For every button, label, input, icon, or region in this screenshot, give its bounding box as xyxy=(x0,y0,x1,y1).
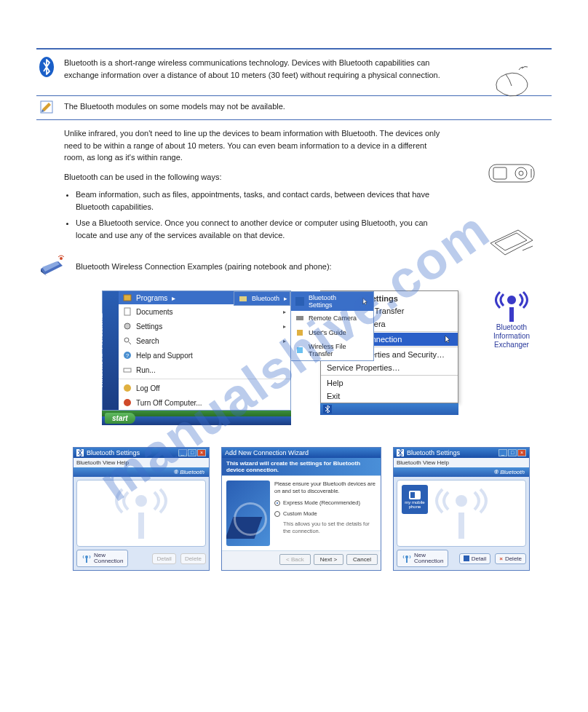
divider xyxy=(36,48,552,50)
paired-device-icon[interactable]: my mobile phone xyxy=(402,485,428,514)
detail-button[interactable]: Detail xyxy=(459,553,490,564)
book-icon xyxy=(295,328,304,337)
svg-text:?: ? xyxy=(126,352,130,359)
svg-point-3 xyxy=(519,171,523,175)
svg-point-11 xyxy=(124,338,129,342)
svg-rect-8 xyxy=(124,295,131,301)
submenu2-users-guide[interactable]: User's Guide xyxy=(291,325,373,340)
express-mode-option[interactable]: Express Mode (Recommended) xyxy=(274,499,376,507)
menu-item-help[interactable]: ? Help and Support xyxy=(119,348,290,363)
programs-icon xyxy=(123,293,132,302)
laptop-wireless-icon xyxy=(38,254,67,279)
custom-mode-option[interactable]: Custom Mode This allows you to set the d… xyxy=(274,510,376,534)
section2-text: The Bluetooth modules on some models may… xyxy=(64,100,442,113)
svg-rect-19 xyxy=(295,297,304,306)
svg-rect-22 xyxy=(297,347,303,353)
svg-rect-18 xyxy=(239,296,247,301)
delete-button: Delete xyxy=(180,553,206,564)
menu-item-settings[interactable]: Settings▸ xyxy=(119,319,290,333)
phone-icon xyxy=(486,159,537,188)
svg-rect-27 xyxy=(86,558,87,563)
submenu2-wft[interactable]: Wireless File Transfer xyxy=(291,340,373,360)
wizard-note: Please ensure your Bluetooth devices are… xyxy=(274,480,376,495)
next-button[interactable]: Next > xyxy=(314,554,343,565)
menubar[interactable]: Bluetooth View Help xyxy=(74,458,209,467)
divider xyxy=(36,95,552,96)
svg-rect-34 xyxy=(464,555,469,561)
add-connection-wizard: Add New Connection Wizard This wizard wi… xyxy=(221,447,381,571)
menu-item-documents[interactable]: Documents▸ xyxy=(119,304,290,319)
close-button[interactable]: × xyxy=(517,449,526,456)
window-title: Bluetooth Settings xyxy=(87,449,140,456)
svg-rect-20 xyxy=(296,316,303,320)
documents-icon xyxy=(123,307,132,316)
svg-line-5 xyxy=(523,246,533,250)
camera-icon xyxy=(295,314,304,323)
cm-exit[interactable]: Exit xyxy=(321,389,458,403)
logoff-icon xyxy=(123,384,132,392)
minimize-button[interactable]: _ xyxy=(178,449,187,456)
menu-item-turnoff[interactable]: Turn Off Computer... xyxy=(119,395,290,410)
divider xyxy=(36,119,552,120)
start-menu-screenshot: Windows XP Professional Programs ▸ Docum… xyxy=(102,290,291,425)
maximize-button[interactable]: □ xyxy=(188,449,196,456)
cm-svcprop[interactable]: Service Properties… xyxy=(321,361,458,374)
svg-line-12 xyxy=(129,342,131,344)
svg-rect-9 xyxy=(124,308,130,315)
bt-window-icon xyxy=(397,449,404,456)
section1-text: Bluetooth is a short-range wireless comm… xyxy=(64,57,442,81)
back-button: < Back xyxy=(279,554,311,565)
section3-p2: Bluetooth can be used in the following w… xyxy=(64,171,442,183)
section3-p1: Unlike infrared, you don't need to line … xyxy=(64,127,442,164)
antenna-watermark-icon xyxy=(112,488,170,539)
svg-point-25 xyxy=(135,495,147,507)
menubar[interactable]: Bluetooth View Help xyxy=(394,458,529,467)
submenu-bluetooth[interactable]: Bluetooth▸ xyxy=(234,292,290,305)
cm-help[interactable]: Help xyxy=(321,376,458,389)
wizard-title: Add New Connection Wizard xyxy=(222,448,381,458)
menu-item-logoff[interactable]: Log Off xyxy=(119,381,290,395)
svg-rect-21 xyxy=(297,330,303,336)
submenu2-remote-camera[interactable]: Remote Camera xyxy=(291,311,373,325)
bt-window-icon xyxy=(76,449,84,456)
bt-info-exchanger-label: Bluetooth Information Exchanger xyxy=(493,323,530,349)
right-device-icons: Bluetooth Information Exchanger xyxy=(479,64,544,349)
pda-icon xyxy=(486,224,537,261)
svg-point-29 xyxy=(456,495,467,507)
help-icon: ? xyxy=(123,351,132,360)
svg-rect-15 xyxy=(124,368,131,372)
bluetooth-tray-icon[interactable] xyxy=(323,405,332,414)
run-icon xyxy=(123,365,132,374)
menu-item-search[interactable]: Search▸ xyxy=(119,333,290,348)
brand-bar: ® Bluetooth xyxy=(74,467,209,477)
maximize-button[interactable]: □ xyxy=(508,449,517,456)
svg-point-17 xyxy=(124,399,131,406)
new-connection-button[interactable]: New Connection xyxy=(397,550,448,567)
new-connection-button[interactable]: New Connection xyxy=(76,550,128,567)
svg-rect-1 xyxy=(493,167,506,179)
brand-bar: ® Bluetooth xyxy=(394,467,529,477)
bt-settings-window-paired: Bluetooth Settings _ □ × Bluetooth View … xyxy=(393,447,530,571)
wizard-heading: This wizard will create the settings for… xyxy=(222,458,381,475)
detail-icon xyxy=(464,555,469,561)
bluetooth-icon xyxy=(39,57,54,77)
minimize-button[interactable]: _ xyxy=(498,449,507,456)
antenna-small-icon xyxy=(402,553,412,563)
section3-li2: Use a Bluetooth service. Once you connec… xyxy=(76,217,440,241)
section3-li1: Beam information, such as files, appoint… xyxy=(76,189,440,213)
detail-button: Detail xyxy=(152,553,175,564)
cancel-button[interactable]: Cancel xyxy=(346,554,378,565)
submenu2-bt-settings[interactable]: Bluetooth Settings xyxy=(291,292,373,311)
radio-selected-icon xyxy=(274,500,280,506)
mouse-icon xyxy=(490,64,533,100)
bt-settings-window-empty: Bluetooth Settings _ □ × Bluetooth View … xyxy=(73,447,210,571)
svg-rect-31 xyxy=(410,492,415,498)
svg-point-2 xyxy=(515,167,527,179)
note-icon xyxy=(40,100,53,114)
close-button[interactable]: × xyxy=(197,449,206,456)
delete-button[interactable]: × Delete xyxy=(495,553,526,564)
menu-item-run[interactable]: Run... xyxy=(119,363,290,377)
svg-rect-33 xyxy=(406,558,408,563)
svg-point-16 xyxy=(124,384,131,392)
start-button[interactable]: start xyxy=(105,413,135,424)
